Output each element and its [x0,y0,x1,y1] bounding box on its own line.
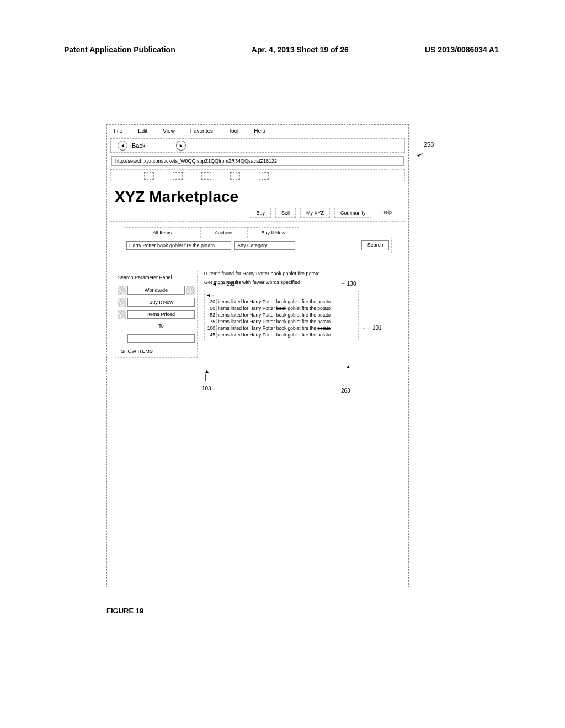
browser-window: File Edit View Favorites Tool Help ◄ Bac… [106,124,409,587]
header-left: Patent Application Publication [64,45,175,54]
search-parameter-panel: Search Parameter Panel Worldwide Buy It … [115,271,198,358]
buyitnow-field[interactable]: Buy It Now [127,298,195,307]
back-label: Back [132,142,145,149]
panel-title: Search Parameter Panel [118,275,195,280]
callout-103: 103 [202,386,211,392]
nav-community[interactable]: Community [334,208,372,218]
menu-favorites[interactable]: Favorites [190,128,213,134]
zero-results: 0 items found for Harry Potter book gobl… [204,271,401,276]
result-line[interactable]: 75 items listed for Harry Potter book go… [206,319,357,324]
nav-myxyz[interactable]: My XYZ [300,208,330,218]
search-row: Any Category Search [124,238,392,253]
nav-help[interactable]: Help [376,208,397,218]
callout-103-arrow: ▲│ [204,368,210,380]
callout-101: ┤─ 101 [363,325,382,331]
tab-buy-it-now[interactable]: Buy It Now [248,227,300,238]
worldwide-field[interactable]: Worldwide [127,286,185,295]
callout-258: 258 [424,141,434,148]
nav-buy[interactable]: Buy [250,208,271,218]
address-text: http://search.xyz.com/tickets_W0QQfsopZ1… [115,158,277,164]
page-header: Patent Application Publication Apr. 4, 2… [64,45,499,54]
back-button-icon[interactable]: ◄ [118,141,127,151]
address-bar[interactable]: http://search.xyz.com/tickets_W0QQfsopZ1… [111,156,404,166]
result-suggestions: ◄┈ 20 items listed for Harry Potter book… [204,291,359,340]
result-line[interactable]: 45 items listed for Harry Potter book go… [206,332,357,338]
content-row: Search Parameter Panel Worldwide Buy It … [115,271,401,358]
result-line[interactable]: 50 items listed for Harry Potter book go… [206,306,357,311]
shaded-icon [118,310,126,319]
menu-file[interactable]: File [114,128,122,134]
search-input[interactable] [126,241,231,250]
menu-edit[interactable]: Edit [138,128,147,134]
header-center: Apr. 4, 2013 Sheet 19 of 26 [252,45,349,54]
toolbar-icon[interactable] [259,172,269,180]
tab-auctions[interactable]: Auctions [201,227,248,238]
shaded-icon [118,286,126,295]
toolbar-icon-row [110,169,405,181]
search-button[interactable]: Search [361,240,389,250]
shaded-icon [186,286,195,295]
to-label: To [127,322,195,331]
menu-help[interactable]: Help [254,128,265,134]
browser-menubar: File Edit View Favorites Tool Help [107,125,408,137]
forward-button-icon[interactable]: ► [176,141,186,151]
shaded-icon [118,298,126,307]
callout-263: 263 [341,388,350,394]
site-title: XYZ Marketplace [107,184,408,207]
toolbar-icon[interactable] [173,172,183,180]
itemspriced-field[interactable]: Items Priced [127,310,195,319]
category-select[interactable]: Any Category [234,241,295,250]
nav-sell[interactable]: Sell [275,208,296,218]
sub-tabs: All Items Auctions Buy It Now [124,227,392,238]
nav-toolbar: ◄ Back ► [110,138,405,153]
toolbar-icon[interactable] [230,172,240,180]
show-items-button[interactable]: SHOW ITEMS [118,349,195,354]
hint-text: Get more results with fewer words specif… [204,280,401,285]
results-area: 0 items found for Harry Potter book gobl… [204,271,401,358]
callout-263-arrow: ▲ [345,363,351,370]
menu-view[interactable]: View [163,128,175,134]
tab-all-items[interactable]: All Items [124,227,201,238]
result-line[interactable]: 100 items listed for Harry Potter book g… [206,325,357,331]
callout-130: ┈ 130 [342,281,356,287]
callout-258-arrow: ↙ [415,149,425,160]
menu-tool[interactable]: Tool [228,128,238,134]
toolbar-icon[interactable] [144,172,154,180]
to-input[interactable] [127,334,195,343]
toolbar-icon[interactable] [201,172,211,180]
header-right: US 2013/0086034 A1 [425,45,499,54]
result-line[interactable]: 52 items listed for Harry Potter book go… [206,312,357,318]
figure-label: FIGURE 19 [106,607,143,615]
site-nav: Buy Sell My XYZ Community Help [110,207,405,222]
result-line[interactable]: 20 items listed for Harry Potter book go… [206,299,357,304]
